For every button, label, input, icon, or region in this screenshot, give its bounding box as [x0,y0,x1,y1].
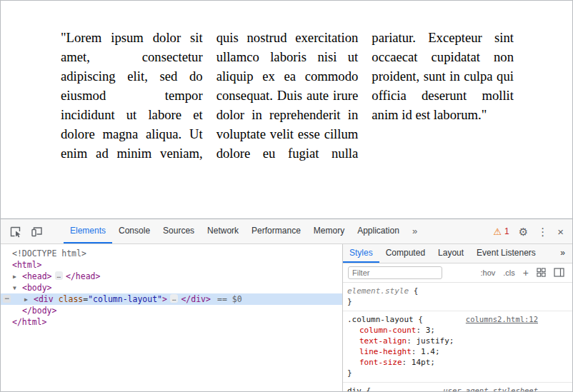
css-property-name[interactable]: font-size [359,358,402,367]
expand-arrow-icon[interactable]: ▶ [13,271,22,283]
collapse-arrow-icon[interactable]: ▼ [13,283,22,294]
tab-event-listeners[interactable]: Event Listeners [470,244,542,263]
column-layout-text: "Lorem ipsum dolor sit amet, consectetur… [61,28,514,163]
div-class-attr-name[interactable]: class [59,294,84,304]
toggle-sidebar-icon[interactable] [554,268,564,278]
div-open-tag: <div [34,294,59,304]
settings-gear-icon[interactable]: ⚙ [519,226,528,237]
kebab-menu-icon[interactable]: ⋮ [537,226,548,237]
dom-body-close[interactable]: </body> [1,305,342,316]
div-close-tag: </div> [181,294,211,304]
selected-node-marker: == $0 [217,294,242,304]
layout-grid-icon[interactable] [537,268,546,278]
div-open-tag-end: > [162,294,167,304]
styles-tab-bar: Styles Computed Layout Event Listeners » [343,244,572,263]
css-property-row[interactable]: font-size: 14pt; [347,357,568,368]
css-property-value[interactable]: 14pt [412,358,431,367]
styles-sidebar: Styles Computed Layout Event Listeners »… [342,244,572,391]
tab-computed[interactable]: Computed [379,244,432,263]
styles-filter-controls: :hov .cls + [481,267,567,278]
collapsed-content-ellipsis[interactable]: … [55,271,63,280]
tab-elements[interactable]: Elements [64,219,112,243]
body-close-tag: </body> [22,306,56,316]
user-agent-stylesheet-label: user agent stylesheet [443,386,538,391]
dom-doctype[interactable]: <!DOCTYPE html> [1,248,342,259]
html-open-tag: <html> [12,260,42,270]
devtools-panel: Elements Console Sources Network Perform… [1,218,572,391]
styles-filter-input[interactable] [348,266,442,279]
rule-selector[interactable]: .column-layout [347,315,414,324]
tab-application[interactable]: Application [351,219,406,243]
more-sidebar-tabs-icon[interactable]: » [553,244,572,263]
style-rule-div-ua: div { user agent stylesheet display: blo… [343,383,572,391]
more-tabs-icon[interactable]: » [406,219,424,243]
devtools-tab-bar: Elements Console Sources Network Perform… [64,219,424,243]
warning-badge[interactable]: ⚠ 1 [493,226,509,236]
body-open-tag: <body> [22,283,52,293]
inspect-element-icon[interactable] [6,222,24,241]
webpage-viewport: "Lorem ipsum dolor sit amet, consectetur… [1,1,572,218]
tab-console[interactable]: Console [112,219,156,243]
collapsed-content-ellipsis[interactable]: … [170,294,178,303]
styles-rule-list: element.style { } .column-layout { colum… [343,283,572,391]
new-style-rule-button[interactable]: + [523,267,529,278]
close-devtools-icon[interactable]: × [557,226,564,237]
toggle-element-state-button[interactable]: :hov [481,268,496,277]
expand-arrow-icon[interactable]: ▶ [24,294,34,306]
head-open-tag: <head> [22,271,52,281]
element-classes-button[interactable]: .cls [503,268,515,277]
css-property-name[interactable]: line-height [359,347,412,356]
devtools-toolbar: Elements Console Sources Network Perform… [1,219,572,244]
style-rule-column-layout: .column-layout { columns2.html:12 column… [343,311,572,383]
warning-count: 1 [504,226,509,236]
dom-html-open[interactable]: <html> [1,259,342,271]
dom-body-open[interactable]: ▼<body> [1,282,342,293]
css-property-name[interactable]: text-align [359,336,407,346]
dom-html-close[interactable]: </html> [1,316,342,328]
css-property-name[interactable]: column-count [359,326,416,335]
rule-selector[interactable]: element.style [347,286,409,296]
css-property-value[interactable]: 1.4 [421,347,435,356]
css-property-value[interactable]: justify [416,336,449,346]
style-rule-element-style: element.style { } [343,283,572,311]
device-toolbar-icon[interactable] [27,222,46,241]
css-property-row[interactable]: text-align: justify; [347,336,568,346]
browser-window: "Lorem ipsum dolor sit amet, consectetur… [0,0,573,392]
stylesheet-source-link[interactable]: columns2.html:12 [466,314,538,325]
css-property-row[interactable]: column-count: 3; [347,325,568,336]
devtools-body: <!DOCTYPE html> <html> ▶<head>…</head> ▼… [1,244,572,391]
devtools-toolbar-icons [1,219,55,243]
tab-sources[interactable]: Sources [156,219,201,243]
dom-head[interactable]: ▶<head>…</head> [1,271,342,282]
tab-network[interactable]: Network [201,219,245,243]
devtools-toolbar-right: ⚠ 1 ⚙ ⋮ × [493,219,572,243]
rule-selector[interactable]: div [347,386,362,391]
html-close-tag: </html> [12,317,46,327]
tab-layout[interactable]: Layout [432,244,470,263]
node-menu-icon[interactable]: ⋯ [3,295,11,303]
div-class-attr-value[interactable]: "column-layout" [88,294,162,304]
css-property-row[interactable]: line-height: 1.4; [347,346,568,357]
elements-dom-tree: <!DOCTYPE html> <html> ▶<head>…</head> ▼… [1,244,342,391]
styles-filter-bar: :hov .cls + [343,263,572,283]
tab-styles[interactable]: Styles [343,244,379,263]
tab-performance[interactable]: Performance [245,219,307,243]
warning-icon: ⚠ [493,227,502,236]
dom-div-selected[interactable]: ⋯▶<div class="column-layout">…</div>== $… [1,293,342,305]
tab-memory[interactable]: Memory [307,219,351,243]
head-close-tag: </head> [66,271,100,281]
